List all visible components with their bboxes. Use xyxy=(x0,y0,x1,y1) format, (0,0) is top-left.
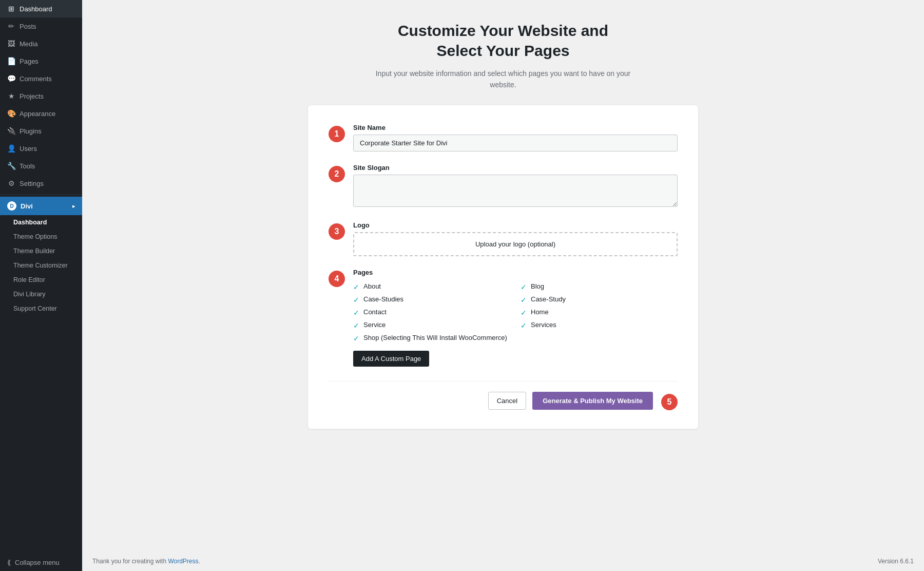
check-icon-shop: ✓ xyxy=(353,334,359,342)
step-2-content: Site Slogan xyxy=(353,164,678,209)
page-item-service[interactable]: ✓ Service xyxy=(353,321,510,330)
divi-sub-item-support-center[interactable]: Support Center xyxy=(0,301,82,316)
page-item-case-studies[interactable]: ✓ Case-Studies xyxy=(353,295,510,304)
version-text: Version 6.6.1 xyxy=(878,558,914,565)
divi-sub-item-theme-customizer[interactable]: Theme Customizer xyxy=(0,258,82,273)
footer: Thank you for creating with WordPress. V… xyxy=(82,551,924,571)
site-slogan-label: Site Slogan xyxy=(353,164,678,172)
check-icon-about: ✓ xyxy=(353,283,359,291)
logo-upload-button[interactable]: Upload your logo (optional) xyxy=(353,232,678,256)
comments-icon: 💬 xyxy=(7,74,15,83)
step-1-badge: 1 xyxy=(329,126,345,142)
page-item-about[interactable]: ✓ About xyxy=(353,282,510,291)
sidebar-item-projects[interactable]: ★ Projects xyxy=(0,87,82,105)
sidebar-item-settings[interactable]: ⚙ Settings xyxy=(0,175,82,192)
pages-grid: ✓ About ✓ Blog ✓ Case-Studies xyxy=(353,282,678,342)
page-item-shop[interactable]: ✓ Shop (Selecting This Will Install WooC… xyxy=(353,334,678,342)
step-3-row: 3 Logo Upload your logo (optional) xyxy=(329,221,678,256)
step-4-row: 4 Pages ✓ About ✓ Blog xyxy=(329,269,678,367)
step-1-row: 1 Site Name xyxy=(329,124,678,151)
site-name-label: Site Name xyxy=(353,124,678,131)
sidebar-item-dashboard[interactable]: ⊞ Dashboard xyxy=(0,0,82,17)
divi-sub-item-dashboard[interactable]: Dashboard xyxy=(0,215,82,230)
pages-label: Pages xyxy=(353,269,678,276)
step-2-badge: 2 xyxy=(329,166,345,182)
divi-logo-icon: D xyxy=(7,201,16,211)
sidebar-item-users[interactable]: 👤 Users xyxy=(0,140,82,157)
plugins-icon: 🔌 xyxy=(7,127,15,135)
form-card: 1 Site Name 2 Site Slogan 3 xyxy=(308,105,698,429)
posts-icon: ✏ xyxy=(7,22,15,30)
divi-arrow-icon: ▸ xyxy=(72,203,75,209)
page-subtitle: Input your website information and selec… xyxy=(375,68,631,91)
divi-submenu: Dashboard Theme Options Theme Builder Th… xyxy=(0,215,82,316)
site-name-input[interactable] xyxy=(353,135,678,151)
step-3-content: Logo Upload your logo (optional) xyxy=(353,221,678,256)
check-icon-home: ✓ xyxy=(521,309,527,317)
sidebar-item-media[interactable]: 🖼 Media xyxy=(0,35,82,52)
sidebar: ⊞ Dashboard ✏ Posts 🖼 Media 📄 Pages 💬 Co… xyxy=(0,0,82,571)
divi-menu-header[interactable]: D Divi ▸ xyxy=(0,197,82,215)
page-item-contact[interactable]: ✓ Contact xyxy=(353,308,510,317)
wordpress-link[interactable]: WordPress xyxy=(168,558,198,565)
check-icon-service: ✓ xyxy=(353,321,359,330)
sidebar-item-tools[interactable]: 🔧 Tools xyxy=(0,157,82,175)
page-title: Customize Your Website and Select Your P… xyxy=(398,21,608,61)
page-item-services[interactable]: ✓ Services xyxy=(521,321,678,330)
users-icon: 👤 xyxy=(7,144,15,153)
media-icon: 🖼 xyxy=(7,40,15,48)
appearance-icon: 🎨 xyxy=(7,109,15,118)
step-4-content: Pages ✓ About ✓ Blog ✓ xyxy=(353,269,678,367)
page-area: Customize Your Website and Select Your P… xyxy=(82,0,924,551)
sidebar-item-posts[interactable]: ✏ Posts xyxy=(0,17,82,35)
collapse-menu-icon: ⟪ xyxy=(7,559,11,566)
step-1-content: Site Name xyxy=(353,124,678,151)
center-content: Customize Your Website and Select Your P… xyxy=(308,21,698,429)
divi-sub-item-divi-library[interactable]: Divi Library xyxy=(0,287,82,301)
cancel-button[interactable]: Cancel xyxy=(488,392,526,410)
sidebar-item-pages[interactable]: 📄 Pages xyxy=(0,52,82,70)
step-2-row: 2 Site Slogan xyxy=(329,164,678,209)
step-4-badge: 4 xyxy=(329,271,345,287)
check-icon-services: ✓ xyxy=(521,321,527,330)
page-item-blog[interactable]: ✓ Blog xyxy=(521,282,678,291)
add-custom-page-button[interactable]: Add A Custom Page xyxy=(353,351,429,367)
page-item-case-study[interactable]: ✓ Case-Study xyxy=(521,295,678,304)
collapse-menu-button[interactable]: ⟪ Collapse menu xyxy=(0,554,82,571)
pages-icon: 📄 xyxy=(7,57,15,65)
actions-row: Cancel Generate & Publish My Website 5 xyxy=(329,381,678,410)
check-icon-contact: ✓ xyxy=(353,309,359,317)
step-3-badge: 3 xyxy=(329,223,345,240)
generate-publish-button[interactable]: Generate & Publish My Website xyxy=(532,392,653,410)
sidebar-item-appearance[interactable]: 🎨 Appearance xyxy=(0,105,82,122)
site-slogan-input[interactable] xyxy=(353,175,678,207)
dashboard-icon: ⊞ xyxy=(7,5,15,13)
logo-label: Logo xyxy=(353,221,678,229)
divi-menu-section: D Divi ▸ xyxy=(0,197,82,215)
check-icon-case-study: ✓ xyxy=(521,296,527,304)
footer-text: Thank you for creating with WordPress. xyxy=(92,558,200,565)
check-icon-blog: ✓ xyxy=(521,283,527,291)
projects-icon: ★ xyxy=(7,92,15,100)
divi-sub-item-theme-options[interactable]: Theme Options xyxy=(0,230,82,244)
main-content: Customize Your Website and Select Your P… xyxy=(82,0,924,571)
divi-sub-item-theme-builder[interactable]: Theme Builder xyxy=(0,244,82,258)
divi-sub-item-role-editor[interactable]: Role Editor xyxy=(0,273,82,287)
page-item-home[interactable]: ✓ Home xyxy=(521,308,678,317)
sidebar-item-plugins[interactable]: 🔌 Plugins xyxy=(0,122,82,140)
sidebar-item-comments[interactable]: 💬 Comments xyxy=(0,70,82,87)
step-5-badge: 5 xyxy=(661,394,678,410)
tools-icon: 🔧 xyxy=(7,162,15,170)
settings-icon: ⚙ xyxy=(7,179,15,187)
check-icon-case-studies: ✓ xyxy=(353,296,359,304)
